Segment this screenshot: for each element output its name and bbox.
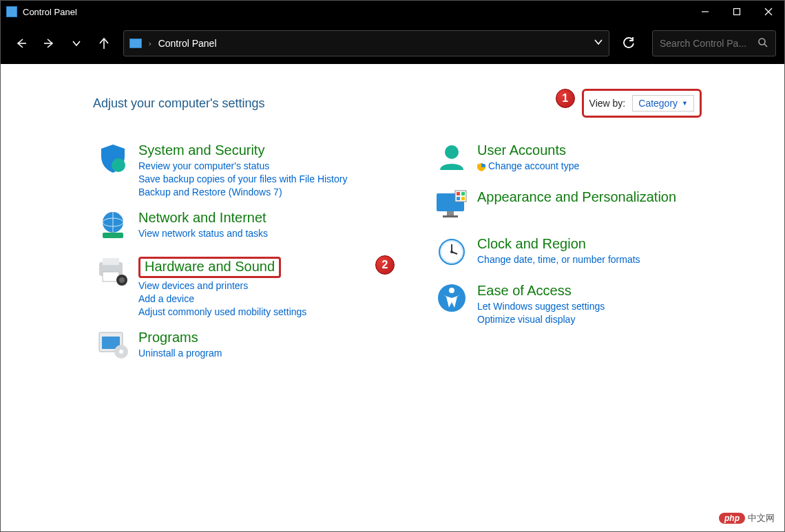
category-system-security: System and Security Review your computer…	[93, 142, 404, 198]
up-button[interactable]	[92, 31, 116, 56]
user-icon	[432, 142, 472, 177]
link-windows-suggest[interactable]: Let Windows suggest settings	[477, 301, 605, 312]
globe-icon	[93, 210, 133, 244]
uac-shield-icon	[477, 162, 485, 171]
svg-rect-29	[457, 197, 460, 200]
search-input[interactable]	[660, 38, 749, 49]
svg-rect-27	[457, 192, 460, 195]
svg-rect-24	[447, 211, 454, 215]
link-programs[interactable]: Programs	[138, 330, 198, 345]
link-file-history[interactable]: Save backup copies of your files with Fi…	[138, 173, 347, 184]
svg-point-21	[119, 350, 123, 354]
link-devices-printers[interactable]: View devices and printers	[138, 280, 306, 291]
search-icon[interactable]	[757, 37, 768, 50]
link-uninstall[interactable]: Uninstall a program	[138, 348, 222, 359]
svg-point-17	[119, 277, 125, 283]
chevron-down-icon[interactable]	[594, 37, 603, 50]
category-hardware-sound: Hardware and Sound 2 View devices and pr…	[93, 257, 404, 317]
svg-rect-25	[443, 215, 458, 217]
accessibility-icon	[432, 283, 472, 317]
window-title: Control Panel	[23, 7, 77, 17]
content-area: Adjust your computer's settings 1 View b…	[1, 64, 784, 531]
link-mobility-settings[interactable]: Adjust commonly used mobility settings	[138, 306, 306, 317]
svg-point-9	[112, 158, 125, 172]
back-button[interactable]	[9, 31, 34, 56]
category-clock-region: Clock and Region Change date, time, or n…	[432, 236, 743, 270]
link-change-date[interactable]: Change date, time, or number formats	[477, 254, 640, 265]
page-title: Adjust your computer's settings	[93, 96, 265, 111]
monitor-icon	[432, 189, 472, 224]
recent-dropdown[interactable]	[64, 31, 89, 56]
address-icon	[129, 39, 142, 48]
link-network-internet[interactable]: Network and Internet	[138, 210, 266, 226]
svg-rect-28	[461, 192, 465, 195]
minimize-button[interactable]	[689, 1, 721, 23]
search-box[interactable]	[652, 30, 776, 56]
printer-icon	[93, 257, 133, 291]
category-programs: Programs Uninstall a program	[93, 330, 404, 364]
maximize-button[interactable]	[721, 1, 753, 23]
view-by-dropdown[interactable]: Category ▼	[632, 95, 694, 111]
view-by-label: View by:	[589, 98, 626, 109]
link-add-device[interactable]: Add a device	[138, 293, 306, 304]
link-user-accounts[interactable]: User Accounts	[477, 142, 566, 158]
watermark-pill: php	[719, 513, 745, 524]
programs-icon	[93, 330, 133, 364]
view-by-value: Category	[638, 98, 678, 109]
svg-line-8	[764, 44, 767, 47]
category-appearance: Appearance and Personalization	[432, 189, 743, 224]
link-backup-restore[interactable]: Backup and Restore (Windows 7)	[138, 187, 347, 198]
highlighted-hardware-title: Hardware and Sound	[138, 257, 281, 278]
breadcrumb[interactable]: Control Panel	[158, 38, 217, 49]
close-button[interactable]	[753, 1, 784, 23]
svg-rect-1	[734, 9, 740, 15]
control-panel-icon	[6, 6, 17, 17]
view-by-box: View by: Category ▼	[582, 89, 702, 118]
annotation-1: 1	[556, 89, 575, 108]
svg-point-7	[759, 39, 765, 45]
category-ease-of-access: Ease of Access Let Windows suggest setti…	[432, 283, 743, 325]
link-system-security[interactable]: System and Security	[138, 142, 264, 158]
watermark: php 中文网	[719, 512, 775, 524]
watermark-text: 中文网	[748, 512, 775, 524]
clock-icon	[432, 236, 472, 270]
svg-rect-30	[461, 197, 465, 200]
link-ease-of-access[interactable]: Ease of Access	[477, 283, 572, 299]
shield-icon	[93, 142, 133, 177]
svg-rect-12	[103, 233, 123, 238]
svg-point-22	[445, 145, 459, 159]
link-appearance[interactable]: Appearance and Personalization	[477, 189, 676, 205]
link-network-status[interactable]: View network status and tasks	[138, 228, 268, 239]
svg-point-35	[450, 251, 453, 253]
link-clock-region[interactable]: Clock and Region	[477, 236, 586, 252]
svg-point-37	[449, 288, 454, 293]
link-change-account-type[interactable]: Change account type	[477, 160, 579, 171]
forward-button[interactable]	[36, 31, 61, 56]
link-optimize-display[interactable]: Optimize visual display	[477, 314, 605, 325]
category-network: Network and Internet View network status…	[93, 210, 404, 244]
link-review-status[interactable]: Review your computer's status	[138, 160, 347, 171]
refresh-button[interactable]	[615, 30, 642, 56]
titlebar: Control Panel	[1, 1, 784, 23]
caret-down-icon: ▼	[682, 100, 688, 107]
link-hardware-sound[interactable]: Hardware and Sound	[145, 259, 275, 275]
svg-rect-14	[103, 258, 119, 265]
annotation-2: 2	[375, 255, 395, 275]
category-user-accounts: User Accounts Change account type	[432, 142, 743, 177]
chevron-right-icon: ›	[149, 39, 151, 47]
address-bar[interactable]: › Control Panel	[123, 30, 609, 56]
navbar: › Control Panel	[1, 23, 784, 64]
